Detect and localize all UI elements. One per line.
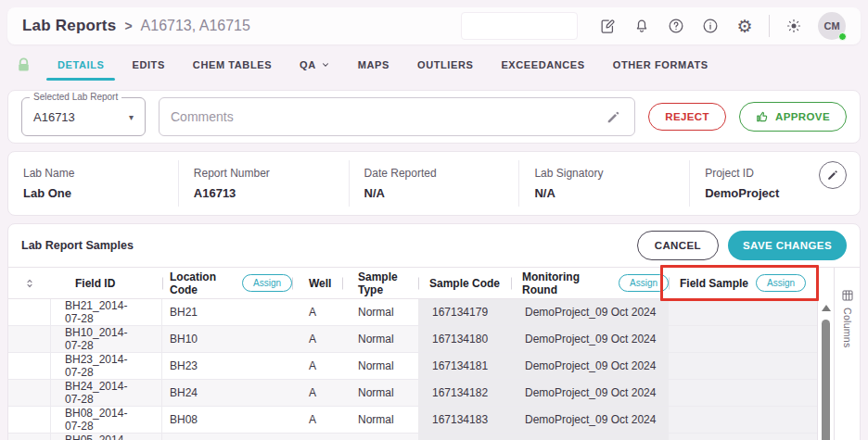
table-scrollbar[interactable] — [817, 268, 834, 440]
table-row[interactable]: BH21_2014-07-28BH21ANormal167134179DemoP… — [8, 299, 817, 326]
column-header-well[interactable]: Well — [292, 268, 342, 298]
search-input[interactable] — [461, 12, 578, 40]
column-header-monitoring-round[interactable]: Monitoring RoundAssign — [511, 268, 669, 298]
save-changes-button[interactable]: SAVE CHANGES — [728, 231, 847, 260]
table-row[interactable]: BH08_2014-07-28BH08ANormal167134183DemoP… — [8, 407, 817, 434]
cell-well[interactable]: A — [292, 326, 342, 352]
cell-field-sample[interactable] — [669, 434, 817, 440]
pencil-icon[interactable] — [603, 107, 623, 127]
cell-field-sample[interactable] — [669, 407, 817, 433]
brightness-icon[interactable] — [784, 16, 804, 36]
cell-sample-type[interactable]: Normal — [342, 434, 418, 440]
column-header-sample-code[interactable]: Sample Code — [418, 268, 511, 298]
cell-field-sample[interactable] — [669, 299, 817, 325]
field-value: A16713 — [194, 186, 334, 200]
tab-exceedances[interactable]: EXCEEDANCES — [487, 47, 598, 82]
cell-sample-type[interactable]: Normal — [342, 353, 418, 379]
help-icon[interactable] — [666, 16, 686, 36]
cell-field-id[interactable]: BH08_2014-07-28 — [51, 407, 162, 433]
cell-location-code[interactable]: BH21 — [162, 299, 292, 325]
tab-label: CHEM TABLES — [193, 59, 272, 70]
cell-sample-type[interactable]: Normal — [342, 407, 418, 433]
tab-edits[interactable]: EDITS — [118, 47, 178, 82]
breadcrumb-separator: > — [124, 19, 132, 33]
select-value: A16713 — [33, 110, 75, 124]
column-label: Well — [309, 277, 331, 290]
tab-qa[interactable]: QA — [286, 47, 344, 82]
cell-sample-code[interactable]: 167134181 — [418, 353, 511, 379]
table-row[interactable]: BH10_2014-07-28BH10ANormal167134180DemoP… — [8, 326, 817, 353]
breadcrumb-root[interactable]: Lab Reports — [22, 17, 116, 35]
cancel-button[interactable]: CANCEL — [637, 231, 719, 260]
cell-field-sample[interactable] — [669, 380, 817, 406]
sort-rows-icon[interactable] — [8, 268, 51, 298]
assign-monitoring-round-button[interactable]: Assign — [619, 274, 669, 292]
report-actions-card: Selected Lab Report A16713 ▾ REJECT APPR… — [7, 90, 861, 144]
cell-monitoring-round[interactable]: DemoProject_09 Oct 2024 — [511, 380, 669, 406]
field-value: N/A — [534, 186, 674, 200]
avatar[interactable]: CM — [818, 12, 846, 40]
info-icon[interactable] — [700, 16, 721, 36]
table-row[interactable]: BH23_2014-07-28BH23ANormal167134181DemoP… — [8, 353, 817, 380]
assign-field-sample-button[interactable]: Assign — [756, 274, 806, 292]
table-row[interactable]: BH24_2014-07-28BH24ANormal167134182DemoP… — [8, 380, 817, 407]
cell-location-code[interactable]: BH24 — [162, 380, 292, 406]
cell-monitoring-round[interactable]: DemoProject_09 Oct 2024 — [511, 434, 669, 440]
assign-location-code-button[interactable]: Assign — [242, 274, 292, 292]
cell-location-code[interactable]: BH10 — [162, 326, 292, 352]
scroll-up-arrow[interactable] — [822, 305, 831, 311]
bell-icon[interactable] — [632, 16, 652, 36]
column-header-location-code[interactable]: Location CodeAssign — [162, 268, 292, 298]
tab-outliers[interactable]: OUTLIERS — [403, 47, 487, 82]
cell-field-id[interactable]: BH24_2014-07-28 — [51, 380, 162, 406]
cell-field-id[interactable]: BH05_2014-07-28 — [51, 434, 162, 440]
selected-lab-report-select[interactable]: Selected Lab Report A16713 ▾ — [21, 97, 146, 136]
cell-field-id[interactable]: BH10_2014-07-28 — [51, 326, 162, 352]
cell-monitoring-round[interactable]: DemoProject_09 Oct 2024 — [511, 353, 669, 379]
cell-sample-code[interactable]: 167134180 — [418, 326, 511, 352]
cell-sample-code[interactable]: 167134184 — [418, 434, 511, 440]
cell-field-sample[interactable] — [669, 326, 817, 352]
cell-sample-code[interactable]: 167134182 — [418, 380, 511, 406]
breadcrumb: Lab Reports > A16713, A16715 — [22, 17, 250, 35]
cell-monitoring-round[interactable]: DemoProject_09 Oct 2024 — [511, 407, 669, 433]
scrollbar-thumb[interactable] — [822, 320, 830, 440]
column-header-field-sample[interactable]: Field SampleAssign — [669, 268, 817, 298]
tab-details[interactable]: DETAILS — [44, 47, 118, 82]
cell-sample-code[interactable]: 167134183 — [418, 407, 511, 433]
tab-chem-tables[interactable]: CHEM TABLES — [179, 47, 286, 82]
cell-well[interactable]: A — [292, 299, 342, 325]
cell-sample-type[interactable]: Normal — [342, 380, 418, 406]
tab-other-formats[interactable]: OTHER FORMATS — [599, 47, 722, 82]
table-row[interactable]: BH05_2014-07-28BH05ANormal167134184DemoP… — [8, 434, 817, 440]
cell-location-code[interactable]: BH05 — [162, 434, 292, 440]
avatar-initials: CM — [823, 20, 839, 31]
approve-button[interactable]: APPROVE — [739, 102, 847, 132]
gear-icon[interactable]: ⚙ — [734, 16, 755, 36]
approve-label: APPROVE — [775, 111, 830, 122]
table-header-row: Field IDLocation CodeAssignWellSample Ty… — [8, 268, 817, 299]
cell-sample-type[interactable]: Normal — [342, 299, 418, 325]
cell-monitoring-round[interactable]: DemoProject_09 Oct 2024 — [511, 326, 669, 352]
cell-well[interactable]: A — [292, 434, 342, 440]
columns-panel-toggle[interactable]: Columns — [834, 268, 860, 440]
compose-icon[interactable] — [597, 16, 618, 36]
cell-field-sample[interactable] — [669, 353, 817, 379]
cell-sample-code[interactable]: 167134179 — [418, 299, 511, 325]
cell-well[interactable]: A — [292, 353, 342, 379]
pencil-icon — [826, 169, 839, 182]
cell-location-code[interactable]: BH23 — [162, 353, 292, 379]
cell-well[interactable]: A — [292, 380, 342, 406]
cell-field-id[interactable]: BH23_2014-07-28 — [51, 353, 162, 379]
column-header-field-id[interactable]: Field ID — [51, 268, 162, 298]
edit-report-info-button[interactable] — [819, 161, 847, 189]
cell-field-id[interactable]: BH21_2014-07-28 — [51, 299, 162, 325]
reject-button[interactable]: REJECT — [648, 103, 726, 131]
column-header-sample-type[interactable]: Sample Type — [342, 268, 418, 298]
cell-well[interactable]: A — [292, 407, 342, 433]
cell-monitoring-round[interactable]: DemoProject_09 Oct 2024 — [511, 299, 669, 325]
comments-input[interactable] — [171, 109, 603, 124]
cell-location-code[interactable]: BH08 — [162, 407, 292, 433]
tab-maps[interactable]: MAPS — [344, 47, 403, 82]
cell-sample-type[interactable]: Normal — [342, 326, 418, 352]
